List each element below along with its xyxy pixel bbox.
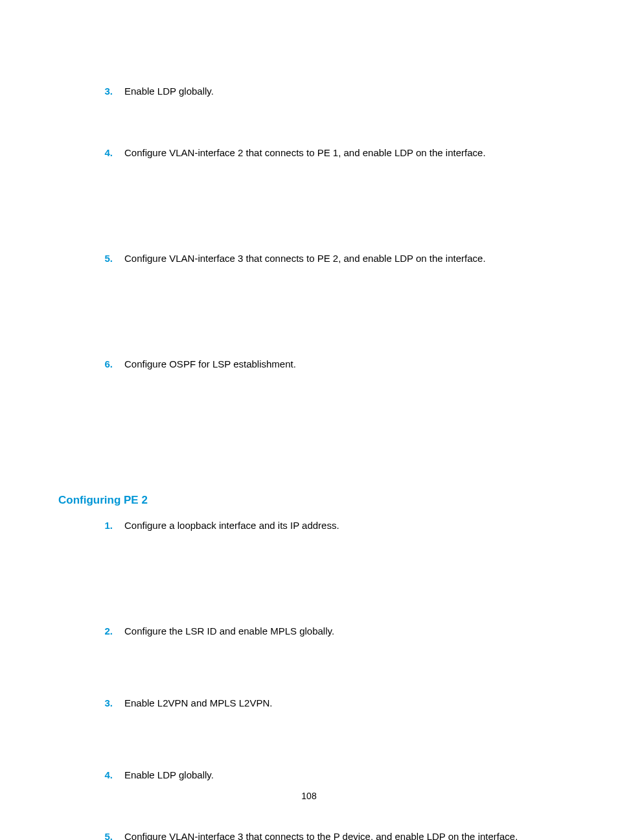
list-text: Configure a loopback interface and its I… xyxy=(124,519,339,532)
list-text: Configure VLAN-interface 2 that connects… xyxy=(124,146,486,159)
list-item: 4. Enable LDP globally. xyxy=(104,768,560,782)
list-item: 3. Enable L2VPN and MPLS L2VPN. xyxy=(104,696,560,710)
list-number: 2. xyxy=(104,625,124,636)
ordered-list-a: 3. Enable LDP globally. 4. Configure VLA… xyxy=(104,84,560,371)
list-number: 3. xyxy=(104,86,124,97)
list-item: 5. Configure VLAN-interface 3 that conne… xyxy=(104,830,560,840)
ordered-list-b: 1. Configure a loopback interface and it… xyxy=(104,519,560,840)
list-item: 5. Configure VLAN-interface 3 that conne… xyxy=(104,251,560,265)
list-number: 3. xyxy=(104,697,124,708)
list-text: Configure VLAN-interface 3 that connects… xyxy=(124,251,486,265)
list-text: Configure OSPF for LSP establishment. xyxy=(124,357,296,371)
list-item: 1. Configure a loopback interface and it… xyxy=(104,519,560,532)
list-number: 6. xyxy=(104,358,124,369)
list-item: 4. Configure VLAN-interface 2 that conne… xyxy=(104,146,560,159)
list-number: 4. xyxy=(104,769,124,780)
list-number: 5. xyxy=(104,831,124,840)
list-text: Enable LDP globally. xyxy=(124,768,214,782)
section-heading: Configuring PE 2 xyxy=(58,494,560,507)
list-number: 4. xyxy=(104,147,124,158)
list-text: Configure the LSR ID and enable MPLS glo… xyxy=(124,624,334,638)
list-item: 6. Configure OSPF for LSP establishment. xyxy=(104,357,560,371)
list-number: 5. xyxy=(104,253,124,264)
list-text: Enable L2VPN and MPLS L2VPN. xyxy=(124,696,272,710)
page-number: 108 xyxy=(301,791,316,801)
list-text: Enable LDP globally. xyxy=(124,84,214,98)
list-text: Configure VLAN-interface 3 that connects… xyxy=(124,830,518,840)
list-item: 2. Configure the LSR ID and enable MPLS … xyxy=(104,624,560,638)
list-number: 1. xyxy=(104,520,124,531)
list-item: 3. Enable LDP globally. xyxy=(104,84,560,98)
